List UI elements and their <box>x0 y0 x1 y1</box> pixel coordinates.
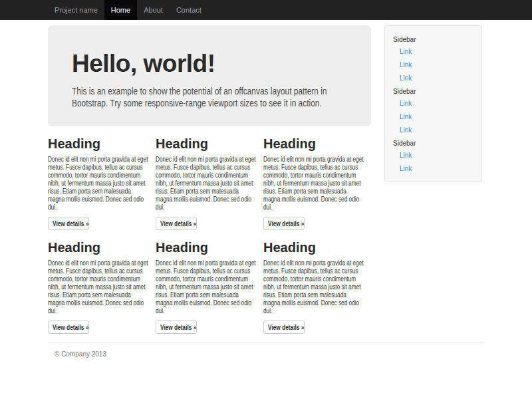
cards-grid: Heading Donec id elit non mi porta gravi… <box>48 126 371 334</box>
card-text: Donec id elit non mi porta gravida at eg… <box>263 259 364 315</box>
sidebar: Sidebar Link Link Link Sidebar Link Link… <box>384 25 482 182</box>
content-card-5: Heading Donec id elit non mi porta gravi… <box>156 230 263 334</box>
sidebar-group-3: Sidebar Link Link <box>385 136 481 175</box>
card-heading: Heading <box>48 136 156 152</box>
footer: © Company 2013 <box>48 350 484 358</box>
nav-item-about[interactable]: About <box>137 0 170 20</box>
navbar: Project name Home About Contact <box>0 0 532 20</box>
view-details-label: View details » <box>160 220 196 227</box>
footer-divider <box>48 342 484 342</box>
sidebar-group-1: Sidebar Link Link Link <box>385 33 481 84</box>
sidebar-heading: Sidebar <box>385 33 481 45</box>
card-text: Donec id elit non mi porta gravida at eg… <box>156 156 257 211</box>
card-heading: Heading <box>156 136 263 152</box>
sidebar-heading: Sidebar <box>385 84 481 96</box>
sidebar-link[interactable]: Link <box>385 71 481 84</box>
sidebar-link[interactable]: Link <box>385 148 481 162</box>
view-details-label: View details » <box>268 324 304 331</box>
card-heading: Heading <box>156 239 263 255</box>
main-content: Hello, world! This is an example to show… <box>48 25 371 334</box>
view-details-label: View details » <box>268 220 304 227</box>
view-details-button[interactable]: View details » <box>48 321 89 334</box>
navbar-inner: Project name Home About Contact <box>40 0 492 20</box>
sidebar-link[interactable]: Link <box>385 58 481 71</box>
card-heading: Heading <box>48 239 156 255</box>
nav-item-contact[interactable]: Contact <box>170 0 208 20</box>
navbar-brand[interactable]: Project name <box>48 0 98 20</box>
page-container: Hello, world! This is an example to show… <box>40 25 492 358</box>
view-details-label: View details » <box>53 324 88 331</box>
view-details-button[interactable]: View details » <box>263 217 305 230</box>
view-details-label: View details » <box>53 220 88 227</box>
sidebar-link[interactable]: Link <box>385 96 481 110</box>
main-row: Hello, world! This is an example to show… <box>48 25 484 334</box>
card-heading: Heading <box>263 239 371 255</box>
view-details-button[interactable]: View details » <box>48 217 89 230</box>
card-text: Donec id elit non mi porta gravida at eg… <box>263 156 364 211</box>
sidebar-group-2: Sidebar Link Link Link <box>385 84 481 136</box>
page-title: Hello, world! <box>72 51 347 77</box>
view-details-label: View details » <box>160 324 196 331</box>
content-card-6: Heading Donec id elit non mi porta gravi… <box>263 230 371 334</box>
view-details-button[interactable]: View details » <box>156 217 197 230</box>
sidebar-link[interactable]: Link <box>385 110 481 123</box>
card-text: Donec id elit non mi porta gravida at eg… <box>48 259 149 315</box>
navbar-menu: Home About Contact <box>104 0 208 20</box>
content-card-4: Heading Donec id elit non mi porta gravi… <box>48 230 156 334</box>
content-card-3: Heading Donec id elit non mi porta gravi… <box>263 126 371 230</box>
sidebar-link[interactable]: Link <box>385 123 481 136</box>
sidebar-heading: Sidebar <box>385 136 481 148</box>
jumbotron-subtitle: This is an example to show the potential… <box>72 85 332 109</box>
view-details-button[interactable]: View details » <box>156 321 197 334</box>
sidebar-link[interactable]: Link <box>385 45 481 58</box>
jumbotron: Hello, world! This is an example to show… <box>48 25 371 126</box>
sidebar-link[interactable]: Link <box>385 162 481 175</box>
copyright: © Company 2013 <box>55 350 484 358</box>
card-text: Donec id elit non mi porta gravida at eg… <box>48 156 149 211</box>
nav-item-home[interactable]: Home <box>104 0 137 20</box>
view-details-button[interactable]: View details » <box>263 321 305 334</box>
content-card-2: Heading Donec id elit non mi porta gravi… <box>156 126 263 230</box>
card-text: Donec id elit non mi porta gravida at eg… <box>156 259 257 315</box>
content-card-1: Heading Donec id elit non mi porta gravi… <box>48 126 156 230</box>
card-heading: Heading <box>263 136 371 152</box>
